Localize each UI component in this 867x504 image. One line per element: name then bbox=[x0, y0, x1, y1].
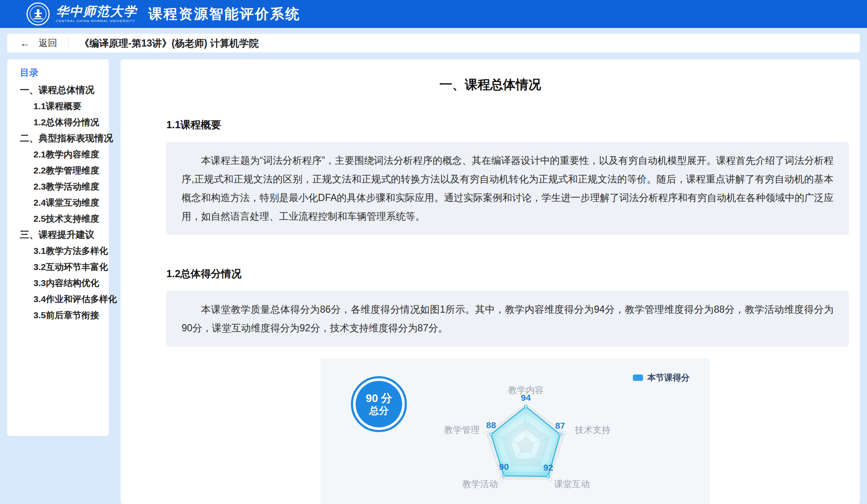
radar-data-dot bbox=[490, 433, 492, 435]
university-logo-icon bbox=[26, 2, 50, 26]
total-score-label: 总分 bbox=[369, 405, 389, 416]
radar-grid-dot bbox=[500, 478, 503, 481]
sidebar-item[interactable]: 3.4作业和评估多样化 bbox=[20, 291, 109, 307]
sidebar-item[interactable]: 2.3教学活动维度 bbox=[20, 179, 109, 195]
toolbar: ← 返回 《编译原理-第13讲》(杨老师) 计算机学院 bbox=[7, 34, 860, 52]
page-layout: 目录 一、课程总体情况1.1课程概要1.2总体得分情况二、典型指标表现情况2.1… bbox=[7, 59, 860, 504]
radar-data-dot bbox=[559, 433, 561, 436]
radar-grid-dot bbox=[485, 431, 488, 434]
section-heading-1-2: 1.2总体得分情况 bbox=[166, 267, 849, 281]
sidebar-item[interactable]: 1.2总体得分情况 bbox=[20, 114, 109, 130]
legend-swatch-icon bbox=[633, 375, 643, 381]
sidebar-item[interactable]: 3.2互动环节丰富化 bbox=[20, 259, 109, 275]
sidebar-item[interactable]: 2.4课堂互动维度 bbox=[20, 195, 109, 211]
section-body-1-1: 本课程主题为“词法分析程序”，主要围绕词法分析程序的概念、其在编译器设计中的重要… bbox=[166, 142, 849, 235]
sidebar-item[interactable]: 3.1教学方法多样化 bbox=[20, 243, 109, 259]
paragraph: 本课程主题为“词法分析程序”，主要围绕词法分析程序的概念、其在编译器设计中的重要… bbox=[182, 151, 834, 226]
back-arrow-icon[interactable]: ← bbox=[20, 38, 30, 48]
university-name-en: CENTRAL CHINA NORMAL UNIVERSITY bbox=[56, 19, 137, 23]
toc-title: 目录 bbox=[20, 67, 109, 79]
radar-category-label: 教学活动 bbox=[462, 479, 498, 489]
total-score-badge: 90 分 总分 bbox=[351, 376, 407, 432]
sidebar-toc: 一、课程总体情况1.1课程概要1.2总体得分情况二、典型指标表现情况2.1教学内… bbox=[20, 82, 109, 323]
section-body-1-2: 本课堂教学质量总体得分为86分，各维度得分情况如图1所示。其中，教学内容维度得分… bbox=[166, 291, 849, 347]
page-title: 一、课程总体情况 bbox=[121, 76, 860, 94]
sidebar-item[interactable]: 一、课程总体情况 bbox=[20, 82, 109, 98]
sidebar-item[interactable]: 2.2教学管理维度 bbox=[20, 162, 109, 179]
paragraph: 本课堂教学质量总体得分为86分，各维度得分情况如图1所示。其中，教学内容维度得分… bbox=[182, 300, 834, 337]
sidebar-item[interactable]: 3.3内容结构优化 bbox=[20, 275, 109, 291]
toolbar-divider bbox=[68, 38, 69, 48]
app-header: 华中师范大学 CENTRAL CHINA NORMAL UNIVERSITY 课… bbox=[0, 0, 867, 28]
radar-category-label: 教学内容 bbox=[508, 385, 544, 395]
sidebar-item[interactable]: 二、典型指标表现情况 bbox=[20, 130, 109, 146]
sidebar-item[interactable]: 3.5前后章节衔接 bbox=[20, 307, 109, 323]
sidebar-item[interactable]: 2.1教学内容维度 bbox=[20, 146, 109, 162]
sidebar-item[interactable]: 2.5技术支持维度 bbox=[20, 211, 109, 227]
legend-label: 本节课得分 bbox=[647, 372, 690, 383]
radar-value-label: 90 bbox=[499, 462, 509, 471]
chart-panel: 9487929088教学内容技术支持课堂互动教学活动教学管理 90 分 总分 本… bbox=[320, 358, 710, 504]
radar-data-dot bbox=[547, 475, 549, 478]
total-score-badge-inner: 90 分 总分 bbox=[356, 381, 402, 427]
radar-category-label: 技术支持 bbox=[574, 425, 610, 435]
app-title: 课程资源智能评价系统 bbox=[148, 5, 301, 24]
radar-value-label: 88 bbox=[486, 420, 496, 430]
university-name-cn: 华中师范大学 bbox=[56, 5, 137, 18]
chart-legend[interactable]: 本节课得分 bbox=[633, 372, 690, 383]
sidebar-item[interactable]: 三、课程提升建议 bbox=[20, 227, 109, 243]
radar-value-label: 87 bbox=[555, 421, 565, 430]
sidebar-item[interactable]: 1.1课程概要 bbox=[20, 98, 109, 114]
main-content: 一、课程总体情况 1.1课程概要 本课程主题为“词法分析程序”，主要围绕词法分析… bbox=[121, 59, 860, 504]
radar-data-dot bbox=[503, 474, 505, 477]
university-name-block: 华中师范大学 CENTRAL CHINA NORMAL UNIVERSITY bbox=[56, 5, 137, 23]
radar-category-label: 课堂互动 bbox=[554, 479, 590, 489]
course-title: 《编译原理-第13讲》(杨老师) 计算机学院 bbox=[80, 37, 259, 50]
sections-wrap: 1.1课程概要 本课程主题为“词法分析程序”，主要围绕词法分析程序的概念、其在编… bbox=[121, 118, 860, 504]
radar-data-dot bbox=[525, 405, 527, 408]
section-heading-1-1: 1.1课程概要 bbox=[166, 118, 849, 132]
radar-value-label: 92 bbox=[543, 463, 553, 472]
sidebar: 目录 一、课程总体情况1.1课程概要1.2总体得分情况二、典型指标表现情况2.1… bbox=[7, 59, 109, 436]
radar-grid-dot bbox=[564, 431, 567, 434]
total-score-value: 90 分 bbox=[366, 392, 392, 405]
radar-category-label: 教学管理 bbox=[444, 425, 480, 435]
back-button[interactable]: 返回 bbox=[39, 37, 57, 50]
radar-grid-dot bbox=[549, 478, 552, 481]
